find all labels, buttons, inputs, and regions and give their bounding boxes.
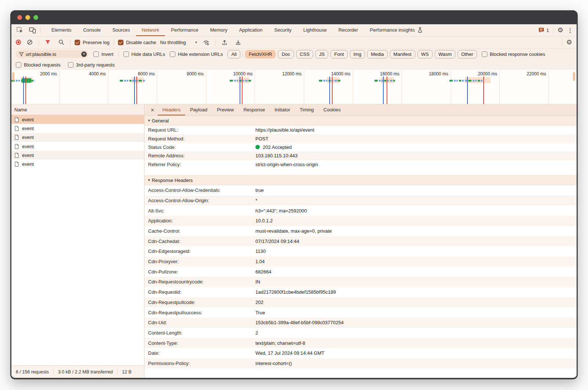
device-toolbar-icon[interactable] (28, 25, 37, 35)
filter-type-img[interactable]: Img (350, 50, 365, 58)
hide-extension-urls-checkbox[interactable]: Hide extension URLs (170, 51, 223, 57)
details-tab-headers[interactable]: Headers (158, 104, 185, 115)
header-row: Content-Type:text/plain; charset=utf-8 (144, 338, 577, 348)
request-name: event (22, 153, 34, 158)
request-row-event[interactable]: event (11, 115, 144, 124)
header-name: Content-Type: (148, 340, 255, 346)
filter-type-manifest[interactable]: Manifest (390, 50, 415, 58)
tab-lighthouse[interactable]: Lighthouse (297, 24, 333, 36)
tab-network[interactable]: Network (136, 24, 165, 36)
checkbox-icon[interactable] (170, 51, 175, 57)
checkbox-checked-icon[interactable] (118, 40, 123, 45)
checkbox-checked-icon[interactable] (75, 40, 80, 45)
filter-type-wasm[interactable]: Wasm (435, 50, 455, 58)
request-row-event[interactable]: event (11, 151, 144, 160)
details-tab-cookies[interactable]: Cookies (319, 104, 345, 115)
customize-devtools-icon[interactable]: ⋮ (567, 28, 573, 33)
network-status-bar: 6 / 156 requests 3.0 kB / 2.2 MB transfe… (11, 365, 144, 378)
response-headers-section-title: Response Headers (152, 178, 193, 183)
panel-tabs: ElementsConsoleSourcesNetworkPerformance… (46, 24, 429, 36)
details-tab-timing[interactable]: Timing (295, 104, 319, 115)
filter-input[interactable] (26, 51, 79, 57)
record-network-log-button[interactable] (16, 40, 21, 45)
tab-recorder[interactable]: Recorder (333, 24, 364, 36)
minimize-window-button[interactable] (25, 15, 30, 20)
details-tab-payload[interactable]: Payload (185, 104, 212, 115)
search-icon[interactable] (57, 37, 66, 47)
timeline-left-handle[interactable] (12, 72, 14, 81)
tab-console[interactable]: Console (77, 24, 107, 36)
close-details-icon[interactable]: ✕ (147, 107, 158, 113)
filter-type-js[interactable]: JS (315, 50, 328, 58)
response-headers-section-header[interactable]: ▼ Response Headers (144, 175, 577, 185)
filter-input-pill[interactable]: ✕ (16, 50, 89, 58)
header-name: Cdn-Proxyver: (148, 259, 255, 264)
network-filter-bar: ✕ Invert Hide data URLs Hide extension U… (11, 49, 577, 60)
name-column-header[interactable]: Name (11, 104, 144, 115)
clear-filter-icon[interactable]: ✕ (81, 51, 87, 57)
tab-performance-insights[interactable]: Performance insights (364, 24, 429, 36)
zoom-window-button[interactable] (33, 15, 38, 20)
blocked-requests-checkbox[interactable]: Blocked requests (16, 62, 61, 68)
devtools-settings-icon[interactable]: ⚙ (557, 27, 563, 33)
checkbox-icon[interactable] (93, 51, 99, 57)
details-tabs: HeadersPayloadPreviewResponseInitiatorTi… (158, 104, 345, 115)
header-row: Access-Control-Allow-Origin:* (144, 196, 577, 206)
preserve-log-checkbox[interactable]: Preserve log (75, 40, 110, 45)
checkbox-icon[interactable] (482, 51, 487, 57)
tab-sources[interactable]: Sources (107, 24, 136, 36)
window-titlebar[interactable] (10, 10, 578, 24)
details-tab-preview[interactable]: Preview (212, 104, 239, 115)
inspect-element-icon[interactable] (15, 25, 25, 35)
filter-type-fetch-xhr[interactable]: Fetch/XHR (245, 50, 276, 58)
filter-type-media[interactable]: Media (367, 50, 387, 58)
request-details-panel: ✕ HeadersPayloadPreviewResponseInitiator… (144, 104, 577, 378)
filter-type-ws[interactable]: WS (417, 50, 433, 58)
filter-type-doc[interactable]: Doc (278, 50, 294, 58)
blocked-response-cookies-checkbox[interactable]: Blocked response cookies (482, 51, 545, 57)
disable-cache-checkbox[interactable]: Disable cache (118, 40, 156, 45)
request-row-event[interactable]: event (11, 160, 144, 168)
clear-network-log-icon[interactable] (25, 37, 35, 47)
details-tab-response[interactable]: Response (239, 104, 270, 115)
checkbox-icon[interactable] (16, 62, 21, 68)
invert-checkbox[interactable]: Invert (93, 51, 114, 57)
details-tab-initiator[interactable]: Initiator (270, 104, 295, 115)
import-har-icon[interactable] (220, 37, 229, 47)
timeline-right-handle[interactable] (573, 72, 575, 81)
network-settings-icon[interactable]: ⚙ (566, 39, 572, 46)
tab-elements[interactable]: Elements (46, 24, 77, 36)
header-value: * (255, 198, 257, 203)
throttling-select[interactable]: No throttling ▼ (160, 40, 198, 45)
header-name: Status Code: (148, 144, 255, 150)
header-name: Remote Address: (148, 153, 255, 158)
tab-memory[interactable]: Memory (204, 24, 233, 36)
hide-data-urls-checkbox[interactable]: Hide data URLs (123, 51, 165, 57)
checkbox-icon[interactable] (68, 62, 74, 68)
third-party-requests-checkbox[interactable]: 3rd-party requests (68, 62, 115, 68)
header-row: Cdn-Edgestorageid:1130 (144, 246, 577, 257)
timeline-request-bar (245, 80, 248, 82)
close-window-button[interactable] (17, 15, 22, 20)
filter-icon[interactable] (43, 37, 53, 47)
timeline-tick-label: 4000 ms (76, 71, 106, 76)
filter-type-other[interactable]: Other (458, 50, 477, 58)
chevron-down-icon: ▼ (195, 41, 198, 44)
request-row-event[interactable]: event (11, 142, 144, 151)
timeline-request-bar (478, 80, 480, 82)
filter-type-css[interactable]: CSS (296, 50, 313, 58)
network-overview-timeline[interactable]: 2000 ms4000 ms6000 ms8000 ms10000 ms1200… (11, 70, 577, 104)
header-value: 1.04 (255, 259, 265, 264)
request-row-event[interactable]: event (11, 133, 144, 142)
tab-application[interactable]: Application (233, 24, 269, 36)
issues-counter[interactable]: 1 (538, 27, 549, 33)
tab-security[interactable]: Security (268, 24, 297, 36)
filter-type-all[interactable]: All (227, 50, 240, 58)
tab-performance[interactable]: Performance (165, 24, 204, 36)
network-conditions-icon[interactable] (202, 37, 211, 47)
general-section-header[interactable]: ▼ General (144, 116, 577, 126)
checkbox-icon[interactable] (123, 51, 129, 57)
export-har-icon[interactable] (233, 37, 243, 47)
filter-type-font[interactable]: Font (330, 50, 347, 58)
request-row-event[interactable]: event (11, 124, 144, 133)
